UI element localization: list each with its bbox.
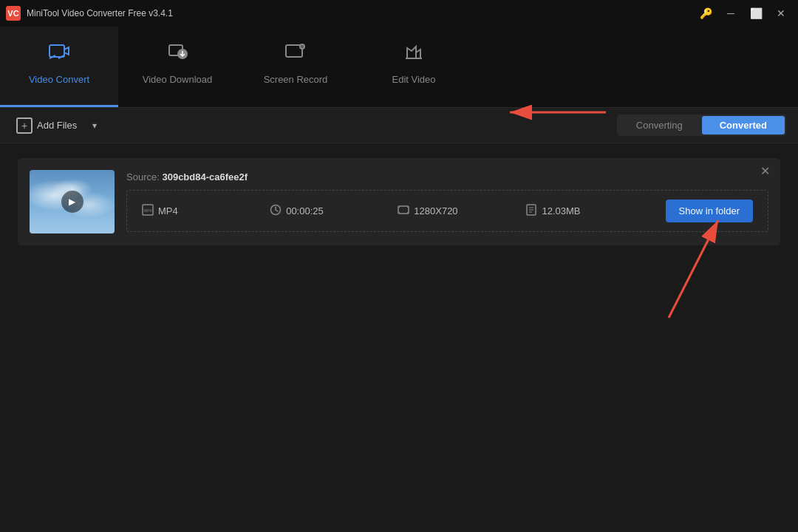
file-card: ✕ ▶ Source: 309cbd84-ca6fee2f MP4	[18, 158, 780, 245]
minimize-button[interactable]: ─	[720, 5, 742, 21]
show-in-folder-button[interactable]: Show in folder	[666, 200, 753, 222]
edit-video-label: Edit Video	[392, 74, 435, 85]
titlebar-title: MiniTool Video Converter Free v3.4.1	[27, 8, 173, 18]
format-value: MP4	[158, 205, 178, 216]
titlebar-controls: 🔑 ─ ⬜ ✕	[700, 5, 792, 21]
video-download-label: Video Download	[143, 74, 212, 85]
svg-text:MP4: MP4	[144, 208, 152, 213]
duration-value: 00:00:25	[286, 205, 324, 216]
meta-filesize: 12.03MB	[525, 204, 653, 218]
file-meta: MP4 MP4 00:00:25	[142, 204, 654, 218]
video-download-icon	[166, 42, 188, 68]
sub-tabs: Converting Converted	[617, 115, 786, 136]
clock-icon	[270, 204, 282, 218]
tab-video-convert[interactable]: Video Convert	[0, 27, 118, 107]
filesize-icon	[525, 204, 537, 218]
format-icon: MP4	[142, 204, 154, 218]
tab-video-download[interactable]: Video Download	[118, 27, 236, 107]
resolution-value: 1280X720	[414, 205, 457, 216]
svg-rect-0	[50, 45, 64, 57]
video-convert-icon	[48, 42, 70, 68]
screen-record-label: Screen Record	[264, 74, 328, 85]
sub-tab-converting[interactable]: Converting	[618, 116, 700, 134]
source-label: Source:	[126, 171, 160, 183]
filesize-value: 12.03MB	[542, 205, 580, 216]
close-button[interactable]: ✕	[770, 5, 792, 21]
resolution-icon	[398, 204, 409, 218]
svg-point-6	[301, 45, 304, 48]
titlebar: VC MiniTool Video Converter Free v3.4.1 …	[0, 0, 798, 27]
add-files-button[interactable]: + Add Files	[12, 115, 81, 137]
titlebar-left: VC MiniTool Video Converter Free v3.4.1	[6, 6, 173, 21]
nav-spacer	[473, 27, 798, 107]
tab-screen-record[interactable]: Screen Record	[236, 27, 355, 107]
add-files-dropdown-button[interactable]: ▾	[87, 115, 102, 136]
edit-video-icon	[403, 42, 425, 68]
file-info: Source: 309cbd84-ca6fee2f MP4 MP4	[126, 171, 768, 232]
file-source: Source: 309cbd84-ca6fee2f	[126, 171, 768, 183]
nav-tabs: Video Convert Video Download Screen Reco…	[0, 27, 798, 108]
meta-format: MP4 MP4	[142, 204, 270, 218]
restore-button[interactable]: ⬜	[745, 5, 767, 21]
add-files-label: Add Files	[37, 120, 77, 131]
main-content: ✕ ▶ Source: 309cbd84-ca6fee2f MP4	[0, 143, 798, 260]
key-icon: 🔑	[700, 7, 712, 19]
app-logo: VC	[6, 6, 21, 21]
meta-duration: 00:00:25	[270, 204, 398, 218]
video-convert-label: Video Convert	[29, 74, 89, 85]
toolbar: + Add Files ▾ Converting Converted	[0, 108, 798, 143]
file-thumbnail: ▶	[30, 170, 115, 233]
tab-edit-video[interactable]: Edit Video	[355, 27, 473, 107]
close-card-button[interactable]: ✕	[760, 166, 770, 177]
meta-resolution: 1280X720	[398, 204, 525, 218]
sub-tab-converted[interactable]: Converted	[702, 116, 785, 134]
add-files-icon: +	[16, 117, 33, 134]
play-button[interactable]: ▶	[61, 191, 83, 213]
source-value: 309cbd84-ca6fee2f	[162, 171, 248, 183]
converted-item: MP4 MP4 00:00:25	[126, 190, 768, 232]
screen-record-icon	[284, 42, 307, 68]
